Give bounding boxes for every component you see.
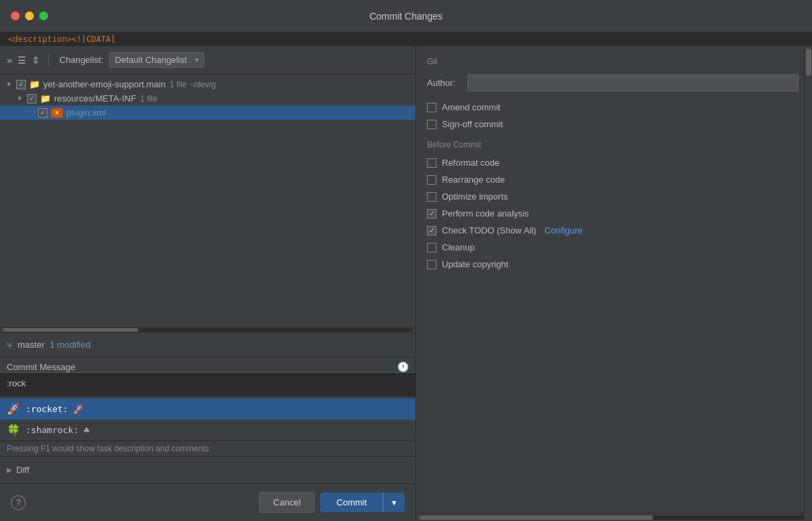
git-section-label: Git bbox=[427, 57, 798, 66]
autocomplete-text-1: :shamrock: ☘ bbox=[26, 425, 89, 435]
configure-link[interactable]: Configure bbox=[545, 225, 583, 235]
tree-row-2[interactable]: ▼ ✓ 📁 resources/META-INF 1 file bbox=[0, 91, 415, 106]
commit-button[interactable]: Commit bbox=[320, 493, 383, 512]
right-panel: Git Author: Amend commit Sign-off commit… bbox=[416, 46, 812, 521]
chevron-right-icon: ▶ bbox=[7, 466, 12, 474]
tree-item-name-3: plugin.xml bbox=[66, 108, 106, 118]
right-vertical-scrollbar[interactable] bbox=[804, 46, 812, 521]
commit-arrow-button[interactable]: ▼ bbox=[383, 493, 405, 512]
branch-name: master bbox=[18, 340, 45, 350]
signoff-commit-checkbox[interactable] bbox=[427, 120, 436, 129]
window-controls bbox=[11, 12, 48, 20]
cleanup-row: Cleanup bbox=[427, 242, 798, 252]
cleanup-label: Cleanup bbox=[442, 242, 474, 252]
branch-icon: ⑂ bbox=[7, 340, 12, 350]
commit-message-header: Commit Message 🕐 bbox=[0, 357, 415, 372]
optimize-imports-row: Optimize imports bbox=[427, 191, 798, 202]
collapse-all-icon[interactable]: » bbox=[7, 55, 12, 66]
cancel-button[interactable]: Cancel bbox=[259, 492, 315, 513]
rearrange-code-checkbox[interactable] bbox=[427, 175, 436, 185]
tree-row-3[interactable]: ✓ X plugin.xml bbox=[0, 106, 415, 120]
changelist-label: Changelist: bbox=[60, 55, 104, 65]
tree-row-1[interactable]: ▼ ✓ 📁 yet-another-emoji-support.main 1 f… bbox=[0, 77, 415, 91]
changelist-select[interactable]: Default Changelist bbox=[109, 52, 204, 68]
tree-checkbox-2[interactable]: ✓ bbox=[27, 94, 37, 104]
tree-horizontal-scrollbar[interactable] bbox=[0, 327, 415, 332]
right-scrollbar-thumb bbox=[419, 516, 653, 520]
autocomplete-text-0: :rocket: 🚀 bbox=[26, 404, 84, 414]
tree-checkbox-3[interactable]: ✓ bbox=[38, 108, 47, 118]
toolbar: » ☰ ⇕ Changelist: Default Changelist ▼ bbox=[0, 46, 415, 74]
right-horizontal-scrollbar[interactable] bbox=[416, 513, 812, 521]
commit-button-group: Commit ▼ bbox=[320, 493, 405, 512]
tree-item-meta-2: 1 file bbox=[140, 94, 157, 104]
amend-commit-row: Amend commit bbox=[427, 102, 798, 112]
diff-label: Diff bbox=[16, 465, 29, 475]
clock-icon[interactable]: 🕐 bbox=[397, 361, 409, 372]
before-commit-divider: Before Commit Reformat code Rearrange co… bbox=[427, 140, 798, 269]
commit-message-input-wrapper: :rock bbox=[0, 372, 415, 399]
author-label: Author: bbox=[427, 78, 461, 88]
changelist-wrapper[interactable]: Default Changelist ▼ bbox=[109, 52, 204, 68]
rearrange-code-label: Rearrange code bbox=[442, 175, 505, 185]
check-todo-checkbox[interactable]: ✓ bbox=[427, 226, 436, 235]
file-tree: ▼ ✓ 📁 yet-another-emoji-support.main 1 f… bbox=[0, 74, 415, 327]
check-todo-label: Check TODO (Show All) bbox=[442, 225, 537, 235]
update-copyright-label: Update copyright bbox=[442, 259, 508, 269]
titlebar: Commit Changes bbox=[0, 0, 812, 32]
perform-analysis-row: ✓ Perform code analysis bbox=[427, 208, 798, 219]
folder-icon: 📁 bbox=[29, 79, 40, 89]
optimize-imports-label: Optimize imports bbox=[442, 191, 508, 202]
signoff-commit-row: Sign-off commit bbox=[427, 119, 798, 129]
amend-commit-label: Amend commit bbox=[442, 102, 501, 112]
main-layout: » ☰ ⇕ Changelist: Default Changelist ▼ ▼… bbox=[0, 46, 812, 521]
right-scrollbar-thumb-vertical bbox=[806, 49, 811, 76]
branch-info: ⑂ master 1 modified bbox=[0, 332, 415, 357]
autocomplete-item-1[interactable]: 🍀 :shamrock: ☘ bbox=[0, 420, 415, 440]
amend-commit-checkbox[interactable] bbox=[427, 103, 436, 112]
folder-icon-2: 📁 bbox=[40, 93, 51, 104]
author-row: Author: bbox=[427, 74, 798, 91]
reformat-code-checkbox[interactable] bbox=[427, 158, 436, 168]
minimize-button[interactable] bbox=[25, 12, 34, 20]
help-button[interactable]: ? bbox=[11, 495, 26, 510]
reformat-code-row: Reformat code bbox=[427, 158, 798, 168]
list-icon[interactable]: ☰ bbox=[18, 55, 26, 66]
signoff-commit-label: Sign-off commit bbox=[442, 119, 503, 129]
commit-message-label: Commit Message bbox=[7, 362, 75, 372]
diff-section[interactable]: ▶ Diff bbox=[0, 456, 415, 483]
bottom-bar: ? Cancel Commit ▼ bbox=[0, 483, 415, 521]
filter-icon[interactable]: ⇕ bbox=[32, 55, 40, 66]
check-todo-row: ✓ Check TODO (Show All) Configure bbox=[427, 225, 798, 235]
cleanup-checkbox[interactable] bbox=[427, 243, 436, 252]
code-strip: <description><![CDATA[ bbox=[0, 32, 812, 46]
code-strip-text: <description><![CDATA[ bbox=[8, 35, 116, 44]
branch-modified: 1 modified bbox=[50, 340, 91, 350]
separator bbox=[48, 53, 49, 67]
tree-item-name-2: resources/META-INF bbox=[54, 93, 136, 104]
optimize-imports-checkbox[interactable] bbox=[427, 192, 436, 202]
commit-message-input[interactable]: :rock bbox=[0, 372, 415, 397]
author-input[interactable] bbox=[468, 74, 798, 91]
shamrock-emoji: 🍀 bbox=[7, 424, 20, 436]
chevron-down-icon: ▼ bbox=[5, 81, 15, 88]
window-title: Commit Changes bbox=[369, 11, 443, 22]
xml-file-icon: X bbox=[51, 108, 63, 118]
tree-item-name-1: yet-another-emoji-support.main bbox=[43, 79, 166, 89]
before-commit-label: Before Commit bbox=[427, 140, 798, 150]
commit-message-area: Commit Message 🕐 :rock 🚀 :rocket: 🚀 🍀 :s… bbox=[0, 357, 415, 456]
bottom-right-buttons: Cancel Commit ▼ bbox=[259, 492, 405, 513]
close-button[interactable] bbox=[11, 12, 20, 20]
tree-item-meta-1: 1 file ~/dev/g bbox=[170, 80, 216, 89]
autocomplete-item-0[interactable]: 🚀 :rocket: 🚀 bbox=[0, 399, 415, 420]
update-copyright-checkbox[interactable] bbox=[427, 260, 436, 269]
tree-checkbox-1[interactable]: ✓ bbox=[16, 80, 26, 89]
autocomplete-hint: Pressing F1 would show task description … bbox=[0, 440, 415, 456]
maximize-button[interactable] bbox=[39, 12, 48, 20]
perform-analysis-checkbox[interactable]: ✓ bbox=[427, 209, 436, 219]
chevron-down-icon-2: ▼ bbox=[16, 95, 26, 102]
perform-analysis-label: Perform code analysis bbox=[442, 208, 529, 219]
scrollbar-track bbox=[3, 328, 413, 332]
spacer-icon bbox=[27, 109, 37, 116]
right-content: Git Author: Amend commit Sign-off commit… bbox=[416, 46, 812, 513]
